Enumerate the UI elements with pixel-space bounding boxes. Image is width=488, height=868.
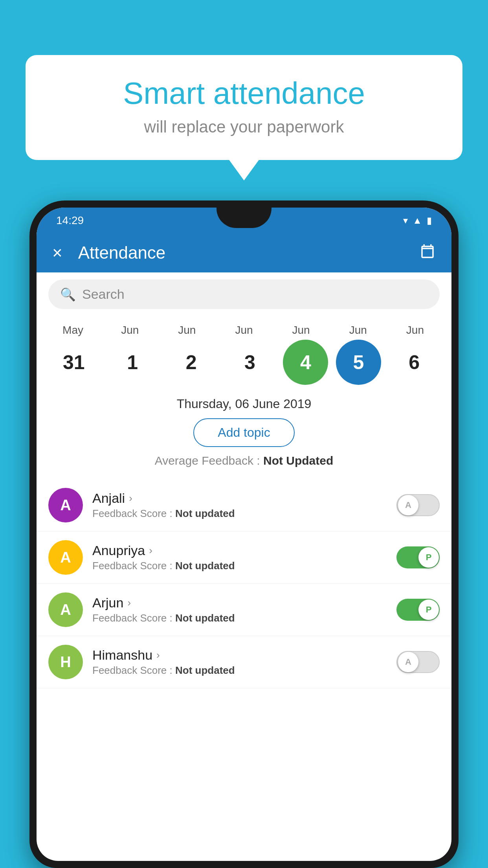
student-name-0: Anjali › [92, 491, 396, 506]
status-time: 14:29 [56, 214, 84, 227]
search-bar: 🔍 Search [37, 272, 451, 316]
student-avatar-3: H [48, 645, 83, 679]
student-feedback-2: Feedback Score : Not updated [92, 612, 396, 624]
calendar-day-4[interactable]: 4 [283, 340, 328, 385]
student-info-1: Anupriya ›Feedback Score : Not updated [92, 543, 396, 572]
avg-feedback: Average Feedback : Not Updated [48, 454, 440, 467]
speech-bubble-title: Smart attendance [49, 77, 439, 110]
calendar-month-6: Jun [389, 324, 440, 337]
toggle-thumb-0: A [398, 495, 418, 515]
student-feedback-3: Feedback Score : Not updated [92, 664, 396, 677]
search-icon: 🔍 [60, 287, 76, 302]
student-info-0: Anjali ›Feedback Score : Not updated [92, 491, 396, 520]
app-bar-title: Attendance [78, 243, 419, 263]
student-info-3: Himanshu ›Feedback Score : Not updated [92, 647, 396, 677]
phone-frame: 14:29 ▾ ▲ ▮ × Attendance 🔍 Search [29, 200, 459, 868]
calendar-strip: MayJunJunJunJunJunJun 31123456 [37, 316, 451, 389]
toggle-track-1[interactable]: P [396, 546, 440, 568]
toggle-container-3[interactable]: A [396, 651, 440, 673]
battery-icon: ▮ [427, 215, 432, 226]
toggle-container-2[interactable]: P [396, 599, 440, 621]
student-name-1: Anupriya › [92, 543, 396, 558]
calendar-day-3[interactable]: 3 [224, 341, 275, 384]
content-area: Thursday, 06 June 2019 Add topic Average… [37, 389, 451, 479]
student-info-2: Arjun ›Feedback Score : Not updated [92, 595, 396, 624]
calendar-day-6[interactable]: 6 [389, 341, 440, 384]
chevron-icon: › [129, 492, 132, 504]
toggle-thumb-3: A [398, 652, 418, 672]
student-list: AAnjali ›Feedback Score : Not updatedAAA… [37, 479, 451, 688]
chevron-icon: › [149, 544, 152, 557]
speech-bubble-subtitle: will replace your paperwork [49, 118, 439, 136]
student-item-2[interactable]: AArjun ›Feedback Score : Not updatedP [37, 584, 451, 636]
chevron-icon: › [156, 649, 160, 661]
student-avatar-1: A [48, 540, 83, 575]
toggle-thumb-1: P [418, 547, 439, 568]
toggle-track-3[interactable]: A [396, 651, 440, 673]
calendar-icon[interactable] [419, 243, 436, 263]
toggle-container-1[interactable]: P [396, 546, 440, 568]
avg-feedback-label: Average Feedback : [155, 454, 260, 467]
student-avatar-2: A [48, 592, 83, 627]
toggle-thumb-2: P [418, 600, 439, 620]
selected-date: Thursday, 06 June 2019 [48, 397, 440, 411]
student-item-3[interactable]: HHimanshu ›Feedback Score : Not updatedA [37, 636, 451, 688]
wifi-icon: ▾ [403, 215, 408, 226]
calendar-month-1: Jun [105, 324, 156, 337]
student-name-3: Himanshu › [92, 647, 396, 663]
student-name-2: Arjun › [92, 595, 396, 611]
student-item-1[interactable]: AAnupriya ›Feedback Score : Not updatedP [37, 531, 451, 584]
calendar-day-1[interactable]: 1 [107, 341, 158, 384]
calendar-month-0: May [48, 324, 99, 337]
calendar-month-2: Jun [161, 324, 213, 337]
calendar-month-4: Jun [275, 324, 327, 337]
chevron-icon: › [127, 597, 131, 609]
search-input-container[interactable]: 🔍 Search [48, 280, 440, 309]
toggle-container-0[interactable]: A [396, 494, 440, 516]
app-bar: × Attendance [37, 233, 451, 272]
calendar-day-2[interactable]: 2 [166, 341, 217, 384]
toggle-track-2[interactable]: P [396, 599, 440, 621]
phone-inner: 14:29 ▾ ▲ ▮ × Attendance 🔍 Search [37, 208, 451, 861]
add-topic-button[interactable]: Add topic [193, 418, 294, 447]
calendar-day-0[interactable]: 31 [48, 341, 99, 384]
search-placeholder: Search [82, 287, 125, 302]
student-avatar-0: A [48, 488, 83, 522]
avg-feedback-value: Not Updated [263, 454, 333, 467]
speech-bubble-container: Smart attendance will replace your paper… [26, 55, 462, 160]
toggle-track-0[interactable]: A [396, 494, 440, 516]
close-button[interactable]: × [52, 243, 62, 263]
speech-bubble: Smart attendance will replace your paper… [26, 55, 462, 160]
calendar-dates-row: 31123456 [44, 340, 444, 385]
student-feedback-0: Feedback Score : Not updated [92, 508, 396, 520]
status-icons: ▾ ▲ ▮ [403, 215, 432, 226]
calendar-months-row: MayJunJunJunJunJunJun [44, 324, 444, 337]
calendar-month-3: Jun [218, 324, 270, 337]
student-feedback-1: Feedback Score : Not updated [92, 560, 396, 572]
student-item-0[interactable]: AAnjali ›Feedback Score : Not updatedA [37, 479, 451, 531]
calendar-month-5: Jun [332, 324, 383, 337]
signal-icon: ▲ [413, 215, 422, 226]
calendar-day-5[interactable]: 5 [336, 340, 381, 385]
